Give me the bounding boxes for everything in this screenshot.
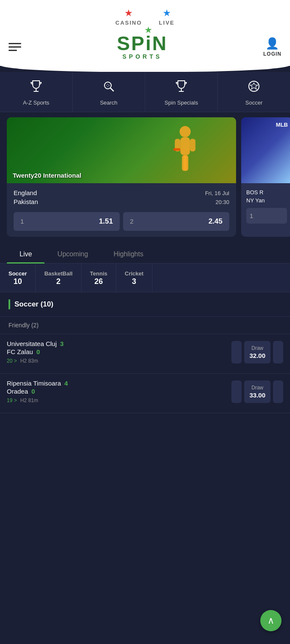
live-nav-item[interactable]: ★ LIVE [159, 8, 175, 26]
odds-btn-0-1[interactable]: 2 2.45 [123, 212, 229, 231]
teams-names-0: England Pakistan [14, 189, 38, 205]
casino-label: CASINO [115, 20, 142, 26]
cricket-filter-name: Cricket [125, 270, 144, 277]
sport-filter-cricket[interactable]: Cricket 3 [116, 264, 152, 292]
time-text-0: 20:30 [215, 199, 229, 205]
match-time-info-0: 20 > H2 83m [7, 358, 68, 364]
featured-card-image-0: Twenty20 International [7, 117, 236, 183]
tab-live-label: Live [20, 250, 32, 258]
tab-live[interactable]: Live [7, 245, 45, 263]
odds-col-1-1[interactable]: Draw 33.00 [244, 380, 270, 403]
odds-label-0-1: 2 [130, 218, 133, 225]
soccer-filter-count: 10 [8, 277, 27, 286]
logo-i-container: ★i [146, 32, 152, 54]
odds-draw-value-0: 32.00 [249, 352, 265, 359]
match-teams-0: Universitatea Cluj 3 FC Zalau 0 20 > H2 … [7, 340, 68, 364]
sports-nav-spin-specials[interactable]: Spin Specials [145, 72, 218, 112]
az-sports-label: A-Z Sports [23, 99, 49, 106]
section-tabs: Live Upcoming Highlights [0, 242, 290, 264]
logo[interactable]: SP★iN SPORTS [117, 34, 167, 60]
odds-col-1-0[interactable] [231, 380, 242, 403]
logo-star-icon: ★ [145, 26, 153, 34]
odds-col-1-2[interactable] [273, 380, 283, 403]
login-label: LOGIN [263, 51, 282, 57]
search-icon [102, 79, 115, 96]
sports-nav-soccer[interactable]: Soccer [218, 72, 290, 112]
match-score2-0: 0 [37, 348, 44, 355]
mlb-body: BOS R NY Yan 1 [241, 183, 290, 230]
casino-star-icon: ★ [124, 8, 133, 19]
svg-line-3 [110, 88, 113, 91]
odds-col-0-1[interactable]: Draw 32.00 [244, 341, 270, 363]
logo-spin-wrap: SP★iN [117, 34, 167, 53]
odds-col-0-0[interactable] [231, 341, 242, 363]
basketball-filter-count: 2 [44, 277, 72, 286]
featured-section: Twenty20 International England Pakistan … [0, 112, 290, 242]
spin-specials-icon [175, 79, 188, 96]
svg-rect-15 [173, 148, 180, 151]
cricket-player-icon [160, 124, 211, 183]
scroll-to-top-button[interactable]: ∧ [260, 610, 282, 631]
live-star-icon: ★ [163, 8, 171, 19]
match-info-0: Universitatea Cluj 3 FC Zalau 0 20 > H2 … [7, 340, 283, 364]
user-icon: 👤 [265, 37, 279, 50]
match-id-0[interactable]: 20 > [7, 358, 17, 364]
match-team2-1: Oradea [7, 388, 28, 395]
category-bar [8, 299, 10, 309]
team-row-0-1: FC Zalau 0 [7, 348, 68, 355]
match-score1-0: 3 [60, 340, 68, 347]
match-odds-row-1: Draw 33.00 [231, 380, 283, 403]
hamburger-menu[interactable] [8, 43, 21, 51]
odds-value-0-1: 2.45 [208, 217, 222, 226]
category-title: Soccer (10) [14, 300, 53, 309]
sports-nav-az[interactable]: A-Z Sports [0, 72, 73, 112]
sports-nav-search[interactable]: Search [73, 72, 145, 112]
sport-filter-basketball[interactable]: BasketBall 2 [36, 264, 81, 292]
svg-rect-12 [190, 139, 195, 151]
event-type-label-1: MLB [276, 122, 288, 128]
featured-slider: Twenty20 International England Pakistan … [0, 117, 290, 237]
match-odds-row-0: Draw 32.00 [231, 341, 283, 363]
match-team2-0: FC Zalau [7, 348, 33, 355]
featured-card-1: MLB BOS R NY Yan 1 [241, 117, 290, 237]
match-period-0: H2 83m [20, 358, 38, 364]
team2-name-0: Pakistan [14, 198, 38, 205]
tab-highlights-label: Highlights [113, 250, 143, 258]
featured-card-image-1: MLB [241, 117, 290, 183]
featured-card-body-0: England Pakistan Fri, 16 Jul 20:30 1 1.5… [7, 183, 236, 237]
subcategory-name: Friendly (2) [8, 322, 39, 329]
login-button[interactable]: 👤 LOGIN [263, 37, 282, 57]
soccer-icon [247, 79, 261, 96]
tab-highlights[interactable]: Highlights [101, 245, 156, 263]
featured-card-0: Twenty20 International England Pakistan … [7, 117, 236, 237]
live-label: LIVE [159, 20, 175, 26]
match-info-1: Ripensia Timisoara 4 Oradea 0 19 > H2 81… [7, 380, 283, 403]
category-header: Soccer (10) [0, 292, 290, 317]
featured-date-0: Fri, 16 Jul 20:30 [205, 189, 229, 207]
hamburger-line-3 [8, 50, 17, 51]
odds-btn-0-0[interactable]: 1 1.51 [14, 212, 120, 231]
sport-filters: Soccer 10 BasketBall 2 Tennis 26 Cricket… [0, 264, 290, 292]
match-time-info-1: 19 > H2 81m [7, 397, 72, 403]
featured-odds-0: 1 1.51 2 2.45 [14, 212, 229, 231]
sport-filter-tennis[interactable]: Tennis 26 [82, 264, 116, 292]
tennis-filter-name: Tennis [90, 270, 107, 277]
scroll-top-arrow-icon: ∧ [267, 616, 274, 625]
team-row-0-0: Universitatea Cluj 3 [7, 340, 68, 347]
basketball-filter-name: BasketBall [44, 270, 72, 277]
mlb-team1: BOS R [246, 189, 287, 196]
svg-marker-8 [250, 83, 258, 89]
match-id-1[interactable]: 19 > [7, 397, 17, 403]
match-score2-1: 0 [31, 388, 39, 395]
match-row-1: Ripensia Timisoara 4 Oradea 0 19 > H2 81… [0, 374, 290, 413]
odds-btn-1-0[interactable]: 1 [246, 208, 287, 224]
sport-filter-soccer[interactable]: Soccer 10 [0, 264, 36, 292]
cricket-filter-count: 3 [125, 277, 144, 286]
match-row-0: Universitatea Cluj 3 FC Zalau 0 20 > H2 … [0, 334, 290, 374]
team-row-1-1: Oradea 0 [7, 388, 72, 395]
svg-point-9 [180, 126, 191, 137]
tab-upcoming[interactable]: Upcoming [45, 245, 101, 263]
odds-col-0-2[interactable] [273, 341, 283, 363]
casino-nav-item[interactable]: ★ CASINO [115, 8, 142, 26]
soccer-filter-name: Soccer [8, 270, 27, 277]
